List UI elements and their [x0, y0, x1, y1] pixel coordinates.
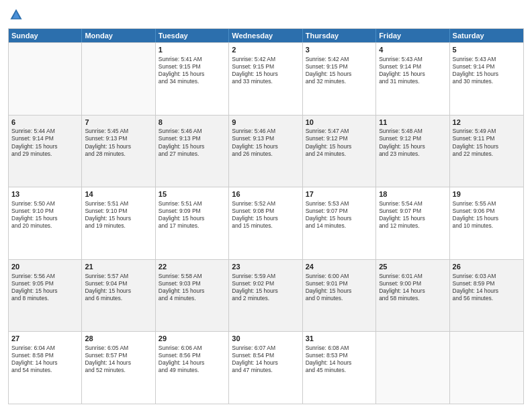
day-info: Sunrise: 5:53 AM Sunset: 9:07 PM Dayligh…: [306, 200, 373, 230]
calendar-day-4: 4Sunrise: 5:43 AM Sunset: 9:14 PM Daylig…: [376, 43, 449, 115]
calendar-day-20: 20Sunrise: 5:56 AM Sunset: 9:05 PM Dayli…: [9, 260, 82, 332]
calendar-day-7: 7Sunrise: 5:45 AM Sunset: 9:13 PM Daylig…: [82, 116, 155, 187]
day-info: Sunrise: 5:56 AM Sunset: 9:05 PM Dayligh…: [11, 273, 79, 302]
day-header-tuesday: Tuesday: [156, 29, 229, 42]
page: SundayMondayTuesdayWednesdayThursdayFrid…: [0, 0, 532, 411]
day-number: 11: [379, 118, 446, 128]
day-number: 16: [232, 189, 299, 199]
calendar-day-17: 17Sunrise: 5:53 AM Sunset: 9:07 PM Dayli…: [303, 187, 376, 259]
day-number: 13: [11, 189, 79, 199]
day-number: 6: [11, 118, 79, 128]
calendar-empty-cell: [376, 332, 449, 404]
calendar-day-6: 6Sunrise: 5:44 AM Sunset: 9:14 PM Daylig…: [9, 116, 82, 187]
day-info: Sunrise: 6:06 AM Sunset: 8:56 PM Dayligh…: [159, 345, 226, 374]
day-number: 20: [11, 262, 79, 272]
calendar-week-3: 13Sunrise: 5:50 AM Sunset: 9:10 PM Dayli…: [9, 187, 523, 259]
calendar-day-22: 22Sunrise: 5:58 AM Sunset: 9:03 PM Dayli…: [156, 260, 229, 332]
day-header-wednesday: Wednesday: [229, 29, 302, 42]
calendar-day-29: 29Sunrise: 6:06 AM Sunset: 8:56 PM Dayli…: [156, 332, 229, 404]
day-info: Sunrise: 5:51 AM Sunset: 9:09 PM Dayligh…: [159, 200, 226, 230]
calendar-week-5: 27Sunrise: 6:04 AM Sunset: 8:58 PM Dayli…: [9, 331, 523, 404]
day-number: 7: [85, 118, 152, 128]
day-info: Sunrise: 5:52 AM Sunset: 9:08 PM Dayligh…: [232, 200, 299, 230]
day-number: 8: [159, 118, 226, 128]
day-number: 19: [453, 189, 521, 199]
calendar-day-15: 15Sunrise: 5:51 AM Sunset: 9:09 PM Dayli…: [156, 187, 229, 259]
day-number: 14: [85, 189, 152, 199]
day-info: Sunrise: 6:05 AM Sunset: 8:57 PM Dayligh…: [85, 345, 152, 374]
calendar-day-18: 18Sunrise: 5:54 AM Sunset: 9:07 PM Dayli…: [376, 187, 449, 259]
calendar-week-4: 20Sunrise: 5:56 AM Sunset: 9:05 PM Dayli…: [9, 259, 523, 332]
calendar-day-23: 23Sunrise: 5:59 AM Sunset: 9:02 PM Dayli…: [229, 260, 302, 332]
day-info: Sunrise: 6:03 AM Sunset: 8:59 PM Dayligh…: [453, 273, 521, 302]
day-number: 18: [379, 189, 446, 199]
calendar: SundayMondayTuesdayWednesdayThursdayFrid…: [8, 28, 524, 404]
day-number: 30: [232, 334, 299, 344]
day-info: Sunrise: 5:51 AM Sunset: 9:10 PM Dayligh…: [85, 200, 152, 230]
day-number: 15: [159, 189, 226, 199]
day-number: 21: [85, 262, 152, 272]
calendar-empty-cell: [450, 332, 523, 404]
day-info: Sunrise: 5:59 AM Sunset: 9:02 PM Dayligh…: [232, 273, 299, 302]
day-number: 17: [306, 189, 373, 199]
day-info: Sunrise: 5:46 AM Sunset: 9:13 PM Dayligh…: [232, 128, 299, 157]
day-number: 2: [232, 45, 299, 55]
day-info: Sunrise: 6:07 AM Sunset: 8:54 PM Dayligh…: [232, 345, 299, 374]
day-number: 28: [85, 334, 152, 344]
day-info: Sunrise: 5:43 AM Sunset: 9:14 PM Dayligh…: [453, 56, 521, 85]
day-number: 10: [306, 118, 373, 128]
day-info: Sunrise: 5:45 AM Sunset: 9:13 PM Dayligh…: [85, 128, 152, 157]
calendar-day-16: 16Sunrise: 5:52 AM Sunset: 9:08 PM Dayli…: [229, 187, 302, 259]
day-info: Sunrise: 6:08 AM Sunset: 8:53 PM Dayligh…: [306, 345, 373, 374]
day-info: Sunrise: 5:44 AM Sunset: 9:14 PM Dayligh…: [11, 128, 79, 157]
day-info: Sunrise: 5:57 AM Sunset: 9:04 PM Dayligh…: [85, 273, 152, 302]
day-header-sunday: Sunday: [9, 29, 82, 42]
day-number: 23: [232, 262, 299, 272]
day-number: 22: [159, 262, 226, 272]
day-header-saturday: Saturday: [450, 29, 523, 42]
calendar-day-27: 27Sunrise: 6:04 AM Sunset: 8:58 PM Dayli…: [9, 332, 82, 404]
calendar-day-31: 31Sunrise: 6:08 AM Sunset: 8:53 PM Dayli…: [303, 332, 376, 404]
day-number: 31: [306, 334, 373, 344]
calendar-day-5: 5Sunrise: 5:43 AM Sunset: 9:14 PM Daylig…: [450, 43, 523, 115]
calendar-day-14: 14Sunrise: 5:51 AM Sunset: 9:10 PM Dayli…: [82, 187, 155, 259]
day-number: 4: [379, 45, 446, 55]
day-number: 27: [11, 334, 79, 344]
calendar-week-2: 6Sunrise: 5:44 AM Sunset: 9:14 PM Daylig…: [9, 115, 523, 187]
header: [8, 7, 524, 23]
day-number: 24: [306, 262, 373, 272]
calendar-day-21: 21Sunrise: 5:57 AM Sunset: 9:04 PM Dayli…: [82, 260, 155, 332]
calendar-day-10: 10Sunrise: 5:47 AM Sunset: 9:12 PM Dayli…: [303, 116, 376, 187]
day-info: Sunrise: 5:55 AM Sunset: 9:06 PM Dayligh…: [453, 200, 521, 230]
day-info: Sunrise: 5:48 AM Sunset: 9:12 PM Dayligh…: [379, 128, 446, 157]
calendar-day-9: 9Sunrise: 5:46 AM Sunset: 9:13 PM Daylig…: [229, 116, 302, 187]
calendar-body: 1Sunrise: 5:41 AM Sunset: 9:15 PM Daylig…: [9, 42, 523, 404]
calendar-day-26: 26Sunrise: 6:03 AM Sunset: 8:59 PM Dayli…: [450, 260, 523, 332]
day-info: Sunrise: 5:49 AM Sunset: 9:11 PM Dayligh…: [453, 128, 521, 157]
calendar-day-19: 19Sunrise: 5:55 AM Sunset: 9:06 PM Dayli…: [450, 187, 523, 259]
calendar-day-25: 25Sunrise: 6:01 AM Sunset: 9:00 PM Dayli…: [376, 260, 449, 332]
calendar-header: SundayMondayTuesdayWednesdayThursdayFrid…: [9, 29, 523, 42]
day-info: Sunrise: 5:43 AM Sunset: 9:14 PM Dayligh…: [379, 56, 446, 85]
day-number: 29: [159, 334, 226, 344]
day-info: Sunrise: 6:04 AM Sunset: 8:58 PM Dayligh…: [11, 345, 79, 374]
logo: [8, 7, 27, 23]
logo-icon: [8, 7, 24, 23]
day-number: 3: [306, 45, 373, 55]
day-info: Sunrise: 5:54 AM Sunset: 9:07 PM Dayligh…: [379, 200, 446, 230]
calendar-day-8: 8Sunrise: 5:46 AM Sunset: 9:13 PM Daylig…: [156, 116, 229, 187]
calendar-week-1: 1Sunrise: 5:41 AM Sunset: 9:15 PM Daylig…: [9, 42, 523, 115]
day-header-friday: Friday: [376, 29, 449, 42]
calendar-day-3: 3Sunrise: 5:42 AM Sunset: 9:15 PM Daylig…: [303, 43, 376, 115]
calendar-day-11: 11Sunrise: 5:48 AM Sunset: 9:12 PM Dayli…: [376, 116, 449, 187]
calendar-day-1: 1Sunrise: 5:41 AM Sunset: 9:15 PM Daylig…: [156, 43, 229, 115]
calendar-day-28: 28Sunrise: 6:05 AM Sunset: 8:57 PM Dayli…: [82, 332, 155, 404]
day-info: Sunrise: 5:47 AM Sunset: 9:12 PM Dayligh…: [306, 128, 373, 157]
calendar-day-13: 13Sunrise: 5:50 AM Sunset: 9:10 PM Dayli…: [9, 187, 82, 259]
calendar-day-30: 30Sunrise: 6:07 AM Sunset: 8:54 PM Dayli…: [229, 332, 302, 404]
day-number: 12: [453, 118, 521, 128]
calendar-day-12: 12Sunrise: 5:49 AM Sunset: 9:11 PM Dayli…: [450, 116, 523, 187]
day-info: Sunrise: 5:50 AM Sunset: 9:10 PM Dayligh…: [11, 200, 79, 230]
calendar-empty-cell: [9, 43, 82, 115]
day-info: Sunrise: 5:58 AM Sunset: 9:03 PM Dayligh…: [159, 273, 226, 302]
